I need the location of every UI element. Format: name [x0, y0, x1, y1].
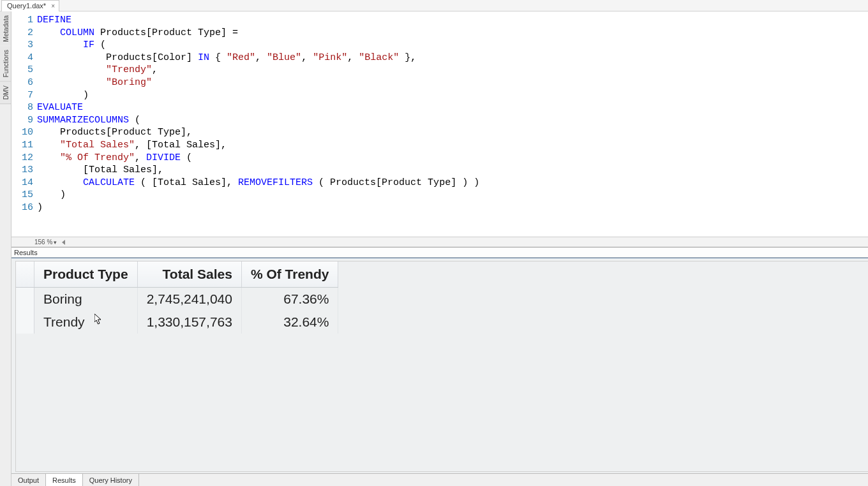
line-number: 8 [11, 101, 33, 114]
row-header-cell [16, 311, 34, 334]
line-number: 5 [11, 64, 33, 77]
code-line[interactable]: ) [37, 89, 479, 102]
code-line[interactable]: Products[Product Type], [37, 126, 479, 139]
code-line[interactable]: SUMMARIZECOLUMNS ( [37, 114, 479, 127]
code-line[interactable]: "Total Sales", [Total Sales], [37, 139, 479, 152]
results-table[interactable]: Product Type Total Sales % Of Trendy Bor… [16, 261, 338, 334]
table-header-row: Product Type Total Sales % Of Trendy [16, 261, 338, 288]
code-editor-pane: 12345678910111213141516 DEFINE COLUMN Pr… [11, 11, 868, 247]
column-header-pct-trendy[interactable]: % Of Trendy [241, 261, 338, 288]
code-editor[interactable]: 12345678910111213141516 DEFINE COLUMN Pr… [11, 11, 868, 214]
close-icon[interactable]: × [50, 3, 56, 10]
table-row[interactable]: Boring2,745,241,04067.36% [16, 288, 338, 311]
line-number: 1 [11, 14, 33, 27]
code-line[interactable]: "Trendy", [37, 64, 479, 77]
document-tab-title: Query1.dax* [7, 2, 46, 10]
line-number: 14 [11, 177, 33, 189]
code-line[interactable]: CALCULATE ( [Total Sales], REMOVEFILTERS… [37, 177, 479, 189]
code-line[interactable]: COLUMN Products[Product Type] = [37, 27, 479, 40]
side-tab-functions[interactable]: Functions [0, 46, 11, 82]
line-number: 2 [11, 27, 33, 40]
line-number: 15 [11, 189, 33, 202]
line-number: 7 [11, 89, 33, 102]
side-tab-metadata[interactable]: Metadata [0, 11, 11, 46]
row-header-cell [16, 288, 34, 311]
document-tab-bar: Query1.dax* × [0, 0, 868, 11]
side-tab-dmv[interactable]: DMV [0, 82, 11, 104]
tab-query-history[interactable]: Query History [83, 474, 139, 486]
document-tab[interactable]: Query1.dax* × [1, 0, 59, 11]
code-line[interactable]: DEFINE [37, 14, 479, 27]
line-number: 11 [11, 139, 33, 152]
cell-total-sales[interactable]: 1,330,157,763 [137, 311, 241, 334]
code-line[interactable]: ) [37, 189, 479, 202]
column-header-total-sales[interactable]: Total Sales [137, 261, 241, 288]
zoom-level[interactable]: 156 % [34, 239, 52, 246]
right-area: 12345678910111213141516 DEFINE COLUMN Pr… [11, 11, 868, 486]
code-line[interactable]: "Boring" [37, 77, 479, 89]
cell-total-sales[interactable]: 2,745,241,040 [137, 288, 241, 311]
column-header-product-type[interactable]: Product Type [34, 261, 138, 288]
code-line[interactable]: "% Of Trendy", DIVIDE ( [37, 152, 479, 165]
line-number: 10 [11, 126, 33, 139]
code-line[interactable]: [Total Sales], [37, 164, 479, 177]
main-container: Metadata Functions DMV 12345678910111213… [0, 11, 868, 486]
cell-pct-trendy[interactable]: 32.64% [241, 311, 338, 334]
line-number: 13 [11, 164, 33, 177]
cell-pct-trendy[interactable]: 67.36% [241, 288, 338, 311]
editor-footer: 156 % ▾ [11, 237, 868, 247]
results-grid-container: Product Type Total Sales % Of Trendy Bor… [15, 261, 868, 472]
tab-output[interactable]: Output [11, 474, 46, 486]
code-line[interactable]: Products[Color] IN { "Red", "Blue", "Pin… [37, 52, 479, 64]
code-content[interactable]: DEFINE COLUMN Products[Product Type] = I… [37, 14, 479, 214]
line-number: 3 [11, 39, 33, 52]
tab-results[interactable]: Results [46, 474, 83, 486]
cell-product-type[interactable]: Boring [34, 288, 138, 311]
line-number: 6 [11, 77, 33, 89]
line-number: 16 [11, 202, 33, 214]
output-tab-bar: Output Results Query History [11, 473, 868, 486]
chevron-down-icon[interactable]: ▾ [54, 239, 57, 246]
code-line[interactable]: EVALUATE [37, 101, 479, 114]
line-number-gutter: 12345678910111213141516 [11, 14, 37, 214]
line-number: 9 [11, 114, 33, 127]
results-pane: Product Type Total Sales % Of Trendy Bor… [11, 258, 868, 486]
horizontal-scrollbar[interactable] [58, 239, 868, 246]
cell-product-type[interactable]: Trendy [34, 311, 138, 334]
line-number: 4 [11, 52, 33, 64]
row-header-corner [16, 261, 34, 288]
left-tool-tabs: Metadata Functions DMV [0, 11, 11, 486]
code-line[interactable]: IF ( [37, 39, 479, 52]
table-row[interactable]: Trendy1,330,157,76332.64% [16, 311, 338, 334]
line-number: 12 [11, 152, 33, 165]
results-panel-label: Results [11, 247, 868, 258]
code-line[interactable]: ) [37, 202, 479, 214]
